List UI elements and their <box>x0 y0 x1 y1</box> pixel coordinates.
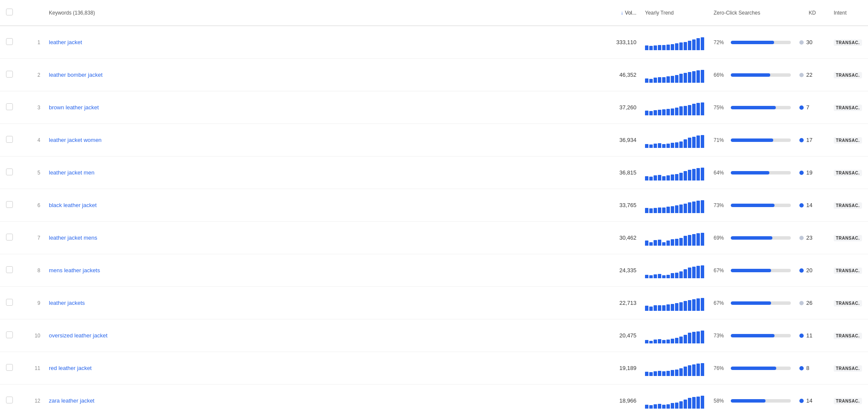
kd-value: 7 <box>806 104 809 111</box>
zerocl-wrap: 72% <box>714 39 791 45</box>
trend-bar <box>654 110 657 115</box>
table-row: 12 zara leather jacket 18,966 58% <box>0 385 868 409</box>
trend-bar <box>684 301 687 311</box>
trend-bar <box>671 174 674 180</box>
kd-value: 14 <box>806 202 812 208</box>
keyword-link[interactable]: brown leather jacket <box>49 104 99 111</box>
keyword-link[interactable]: leather jacket <box>49 39 82 45</box>
trend-sparkbar <box>641 254 709 286</box>
kd-wrap: 19 <box>799 169 825 176</box>
trend-bar <box>679 238 683 246</box>
keyword-link[interactable]: red leather jacket <box>49 365 92 371</box>
kd-wrap: 22 <box>799 72 825 78</box>
trend-bar <box>688 398 691 409</box>
zerocl-bar-fill <box>731 73 770 77</box>
row-checkbox-cell <box>0 287 19 319</box>
trend-bars-container <box>645 67 705 83</box>
trend-bar <box>675 75 678 83</box>
trend-bar <box>688 333 691 343</box>
trend-bar <box>692 234 696 246</box>
keyword-link[interactable]: leather jacket men <box>49 169 94 176</box>
trend-bar <box>649 341 653 343</box>
row-volume: 24,335 <box>619 267 636 274</box>
keyword-link[interactable]: leather jacket women <box>49 137 102 143</box>
header-vol-col[interactable]: ↓Vol... <box>598 0 641 26</box>
trend-bar <box>688 41 691 50</box>
trend-bar <box>666 371 670 376</box>
row-intent-cell: TRANSAC. <box>829 189 868 222</box>
kd-dot <box>799 236 804 240</box>
row-checkbox[interactable] <box>6 234 13 241</box>
trend-bar <box>666 404 670 409</box>
row-kd-cell: 30 <box>795 26 829 59</box>
row-checkbox[interactable] <box>6 266 13 273</box>
row-volume: 22,713 <box>619 300 636 306</box>
row-num-cell: 2 <box>19 59 45 91</box>
row-volume: 36,815 <box>619 169 636 176</box>
row-checkbox[interactable] <box>6 299 13 306</box>
keyword-link[interactable]: mens leather jackets <box>49 267 100 274</box>
zerocl-wrap: 69% <box>714 235 791 241</box>
select-all-checkbox[interactable] <box>6 9 13 15</box>
row-checkbox[interactable] <box>6 201 13 208</box>
row-checkbox[interactable] <box>6 168 13 175</box>
trend-bar <box>662 109 666 115</box>
table-row: 6 black leather jacket 33,765 73% <box>0 189 868 222</box>
keyword-link[interactable]: black leather jacket <box>49 202 96 208</box>
row-trend-cell <box>641 254 709 287</box>
intent-badge: TRANSAC. <box>834 72 862 78</box>
header-checkbox-col <box>0 0 19 26</box>
row-kd-cell: 19 <box>795 156 829 189</box>
keyword-link[interactable]: leather jackets <box>49 300 85 306</box>
kd-dot <box>799 105 804 110</box>
trend-bar <box>662 176 666 180</box>
row-num-cell: 10 <box>19 319 45 352</box>
trend-bar <box>688 365 691 376</box>
trend-bar <box>645 340 648 343</box>
row-checkbox[interactable] <box>6 38 13 45</box>
row-number: 7 <box>37 235 40 241</box>
row-checkbox[interactable] <box>6 71 13 78</box>
zerocl-wrap: 67% <box>714 268 791 274</box>
trend-bar <box>701 70 704 83</box>
trend-bars-container <box>645 295 705 311</box>
trend-bar <box>671 143 674 148</box>
row-vol-cell: 36,815 <box>598 156 641 189</box>
row-checkbox[interactable] <box>6 397 13 403</box>
trend-bar <box>675 142 678 148</box>
trend-bar <box>645 275 648 278</box>
trend-bar <box>658 339 661 343</box>
zerocl-bar-bg <box>731 73 791 77</box>
table-row: 3 brown leather jacket 37,260 75% <box>0 91 868 124</box>
row-keyword-cell: leather jacket men <box>45 156 598 189</box>
trend-bar <box>654 274 657 278</box>
row-kd-cell: 23 <box>795 222 829 254</box>
table-row: 11 red leather jacket 19,189 76% <box>0 352 868 385</box>
trend-bar <box>649 177 653 180</box>
trend-bar <box>658 371 661 376</box>
keyword-link[interactable]: leather bomber jacket <box>49 72 102 78</box>
kd-value: 23 <box>806 235 812 241</box>
trend-bar <box>701 168 704 180</box>
row-zerocl-cell: 64% <box>709 156 795 189</box>
row-checkbox[interactable] <box>6 136 13 143</box>
trend-bar <box>679 173 683 180</box>
trend-bar <box>649 208 653 213</box>
row-checkbox[interactable] <box>6 364 13 371</box>
trend-bar <box>679 401 683 409</box>
zerocl-bar-bg <box>731 399 791 403</box>
trend-bar <box>649 46 653 50</box>
zerocl-percent: 73% <box>714 333 727 339</box>
row-checkbox[interactable] <box>6 103 13 110</box>
intent-badge: TRANSAC. <box>834 137 862 144</box>
keyword-link[interactable]: leather jacket mens <box>49 235 97 241</box>
trend-bar <box>688 138 691 148</box>
trend-bar <box>696 233 700 246</box>
kd-value: 19 <box>806 169 812 176</box>
row-checkbox[interactable] <box>6 331 13 338</box>
trend-bars-container <box>645 361 705 376</box>
keyword-link[interactable]: zara leather jacket <box>49 397 94 404</box>
trend-bar <box>666 340 670 343</box>
keyword-link[interactable]: oversized leather jacket <box>49 332 108 339</box>
kd-dot <box>799 203 804 208</box>
